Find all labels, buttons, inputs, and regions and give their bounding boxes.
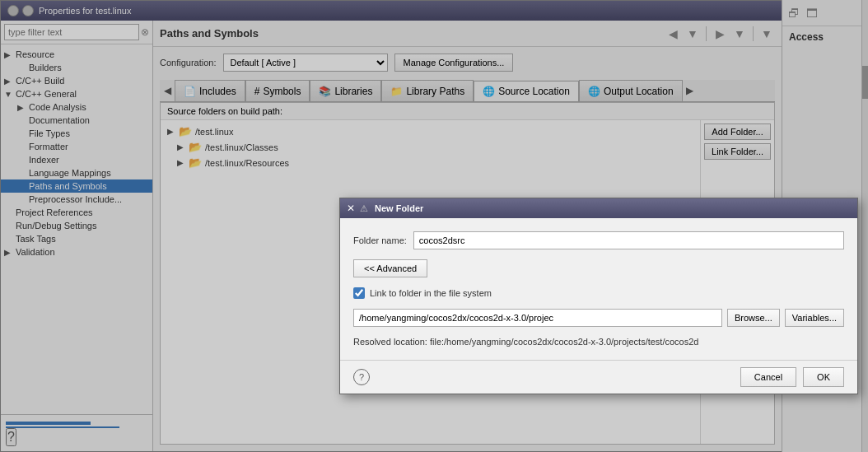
cancel-button[interactable]: Cancel [740,367,796,387]
dialog-title: New Folder [375,203,851,213]
dialog-icon: ✕ [347,203,355,214]
resolved-location: Resolved location: file:/home/yangming/c… [353,337,844,347]
link-folder-checkbox[interactable] [353,287,365,299]
browse-button[interactable]: Browse... [727,309,780,327]
dialog-overlay: ✕ ⚠ New Folder Folder name: << Advanced … [0,0,868,452]
dialog-body: Folder name: << Advanced Link to folder … [340,218,857,360]
variables-button[interactable]: Variables... [785,309,844,327]
dialog-title-bar: ✕ ⚠ New Folder [340,198,857,218]
path-row: Browse... Variables... [353,309,844,327]
ok-button[interactable]: OK [803,367,844,387]
checkbox-row: Link to folder in the file system [353,287,844,299]
folder-name-input[interactable] [413,231,844,249]
dialog-warning-icon: ⚠ [360,203,368,214]
advanced-button[interactable]: << Advanced [353,259,427,277]
dialog-footer: ? Cancel OK [340,360,857,394]
dialog-help-button[interactable]: ? [353,369,370,385]
checkbox-label: Link to folder in the file system [370,288,492,298]
folder-name-row: Folder name: [353,231,844,249]
footer-buttons: Cancel OK [740,367,844,387]
new-folder-dialog: ✕ ⚠ New Folder Folder name: << Advanced … [339,198,858,394]
path-input[interactable] [353,309,722,327]
folder-name-label: Folder name: [353,235,407,245]
